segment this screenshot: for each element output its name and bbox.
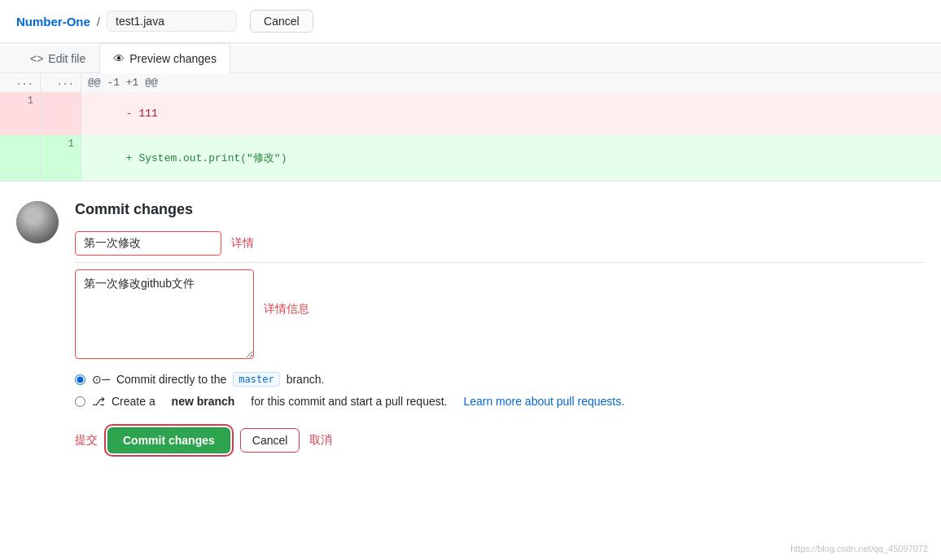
filename-input[interactable] — [107, 11, 237, 32]
commit-title: Commit changes — [75, 201, 925, 218]
breadcrumb-sep: / — [97, 15, 100, 28]
diff-line-nums-added: 1 — [0, 135, 81, 181]
commit-separator — [75, 262, 925, 263]
pull-request-link[interactable]: Learn more about pull requests. — [463, 395, 624, 408]
commit-description-textarea[interactable]: 第一次修改github文件 — [75, 269, 254, 359]
diff-num-left-removed: 1 — [0, 92, 41, 135]
radio-direct-prefix: Commit directly to the — [116, 373, 226, 386]
preview-icon: 👁 — [113, 52, 125, 65]
radio-pr-prefix: Create a — [112, 395, 155, 408]
header-bar: Number-One / Cancel — [0, 0, 941, 43]
radio-option-pr[interactable]: ⎇ Create a new branch for this commit an… — [75, 395, 925, 408]
avatar — [16, 201, 59, 243]
diff-num-right-added: 1 — [41, 135, 81, 181]
git-branch-icon: ⊙─ — [92, 373, 110, 386]
commit-form: Commit changes 详情 第一次修改github文件 详情信息 ⊙─ … — [75, 201, 925, 453]
radio-pr-bold: new branch — [172, 395, 235, 408]
repo-link[interactable]: Number-One — [16, 15, 90, 28]
commit-message-input[interactable] — [75, 231, 221, 256]
tab-preview-changes[interactable]: 👁 Preview changes — [99, 43, 230, 73]
radio-pr-middle: for this commit and start a pull request… — [251, 395, 447, 408]
diff-code-removed: 111 — [133, 107, 158, 120]
commit-desc-info-label: 详情信息 — [264, 269, 309, 317]
commit-desc-wrap: 第一次修改github文件 详情信息 — [75, 269, 925, 359]
diff-code-added: System.out.print("修改") — [133, 152, 287, 164]
cancel-header-button[interactable]: Cancel — [250, 10, 313, 33]
git-pr-icon: ⎇ — [92, 395, 105, 408]
diff-sign-removed: - — [126, 107, 133, 120]
radio-group: ⊙─ Commit directly to the master branch.… — [75, 372, 925, 408]
diff-num-left-added — [0, 135, 41, 181]
diff-content-context: @@ -1 +1 @@ — [81, 73, 941, 92]
tab-preview-label: Preview changes — [129, 52, 217, 65]
diff-row-added: 1 + System.out.print("修改") — [0, 135, 941, 181]
tab-edit-file[interactable]: <> Edit file — [16, 43, 99, 73]
action-bar: 提交 Commit changes Cancel 取消 — [75, 424, 925, 453]
diff-container: ... ... @@ -1 +1 @@ 1 - 111 1 + System.o… — [0, 73, 941, 182]
diff-content-added: + System.out.print("修改") — [81, 135, 941, 181]
commit-section: Commit changes 详情 第一次修改github文件 详情信息 ⊙─ … — [0, 182, 941, 473]
diff-row-context: ... ... @@ -1 +1 @@ — [0, 73, 941, 92]
tabs-bar: <> Edit file 👁 Preview changes — [0, 43, 941, 73]
diff-row-removed: 1 - 111 — [0, 92, 941, 135]
diff-num-right-context: ... — [41, 73, 81, 92]
radio-pr-input[interactable] — [75, 396, 85, 407]
submit-label: 提交 — [75, 433, 98, 448]
diff-sign-added: + — [126, 152, 133, 164]
diff-line-nums-removed: 1 — [0, 92, 81, 135]
diff-content-removed: - 111 — [81, 92, 941, 135]
tab-edit-label: Edit file — [48, 52, 85, 65]
radio-direct-input[interactable] — [75, 374, 85, 385]
diff-num-left-context: ... — [0, 73, 41, 92]
cancel-label2: 取消 — [309, 433, 332, 448]
radio-direct-suffix: branch. — [287, 373, 325, 386]
commit-msg-title-wrap: 详情 — [75, 231, 925, 256]
diff-line-nums-context: ... ... — [0, 73, 81, 92]
edit-file-icon: <> — [30, 52, 43, 65]
diff-num-right-removed — [41, 92, 81, 135]
radio-option-direct[interactable]: ⊙─ Commit directly to the master branch. — [75, 372, 925, 387]
commit-changes-button[interactable]: Commit changes — [107, 427, 230, 453]
cancel-form-button[interactable]: Cancel — [240, 428, 300, 453]
avatar-image — [16, 201, 59, 243]
branch-badge: master — [233, 372, 279, 387]
commit-msg-detail-label: 详情 — [231, 236, 254, 251]
